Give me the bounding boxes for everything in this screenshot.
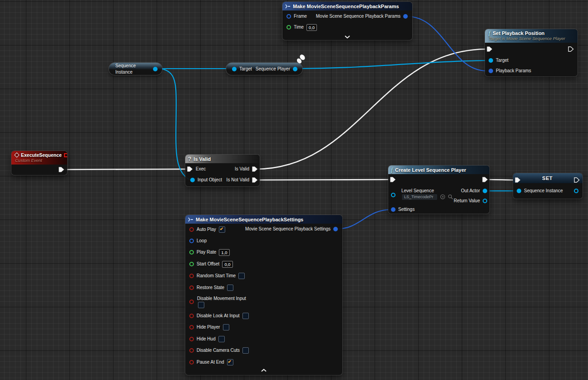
exec-in-pin[interactable]: [187, 166, 193, 172]
pause-at-end-checkbox[interactable]: [227, 359, 233, 365]
node-is-valid[interactable]: ? Is Valid Exec Is Valid Input Object Is…: [185, 155, 260, 186]
pin-row-settings-out: Movie Scene Sequence Playback Settings: [245, 225, 338, 233]
time-value-field[interactable]: 0,0: [306, 24, 317, 31]
playback-params-out-pin[interactable]: [403, 14, 408, 19]
playback-settings-out-pin[interactable]: [333, 227, 338, 231]
make-struct-icon: [188, 217, 193, 222]
target-in-pin[interactable]: [232, 67, 237, 71]
auto-play-checkbox[interactable]: [219, 226, 225, 233]
hide-hud-pin[interactable]: [189, 337, 194, 341]
node-set-sequence-instance[interactable]: SET Sequence Instance: [513, 173, 583, 199]
random-start-time-checkbox[interactable]: [238, 273, 245, 279]
frame-pin[interactable]: [287, 14, 291, 19]
exec-in-pin[interactable]: [515, 177, 521, 183]
collapse-chevron-up-icon[interactable]: [261, 369, 267, 372]
node-subtitle: Custom Event: [15, 158, 42, 163]
auto-play-pin[interactable]: [189, 227, 194, 232]
disable-camera-cuts-pin[interactable]: [189, 348, 194, 353]
disable-camera-cuts-checkbox[interactable]: [242, 347, 249, 354]
restore-state-checkbox[interactable]: [227, 285, 233, 291]
disable-look-at-input-checkbox[interactable]: [242, 313, 249, 319]
pin-row-disable-camera-cuts: Disable Camera Cuts: [189, 347, 249, 354]
node-title: Make MovieSceneSequencePlaybackParams: [293, 4, 399, 9]
pin-row-return-value: Return Value: [454, 197, 487, 205]
pin-row-time: Time 0,0: [287, 24, 317, 31]
pin-row-params-out: Movie Scene Sequence Playback Params: [316, 13, 408, 20]
is-not-valid-exec-out-pin[interactable]: [252, 177, 258, 183]
node-header: ExecuteSequence Custom Event: [11, 151, 67, 165]
target-pin[interactable]: [489, 58, 493, 63]
node-execute-sequence-event[interactable]: ExecuteSequence Custom Event: [11, 151, 67, 175]
node-make-playback-settings[interactable]: Make MovieSceneSequencePlaybackSettings …: [185, 215, 342, 375]
node-set-playback-position[interactable]: f Set Playback Position Target is Movie …: [485, 29, 578, 76]
pause-at-end-pin[interactable]: [189, 360, 194, 365]
exec-out-pin[interactable]: [59, 167, 64, 172]
node-header: ? Is Valid: [185, 155, 260, 163]
sequence-player-out-pin[interactable]: [293, 67, 297, 71]
use-selected-asset-icon[interactable]: [440, 194, 445, 200]
asset-dropdown[interactable]: LS_TimecodePr: [401, 194, 438, 200]
node-create-level-sequence-player[interactable]: f Create Level Sequence Player Level Seq…: [388, 165, 489, 214]
pin-row-target: Target: [489, 57, 509, 64]
node-header: Make MovieSceneSequencePlaybackParams: [282, 2, 412, 10]
disable-movement-input-label: Disable Movement Input: [197, 295, 246, 302]
is-valid-exec-out-pin[interactable]: [252, 166, 258, 172]
function-icon: f: [391, 167, 393, 173]
input-object-pin[interactable]: [190, 178, 195, 182]
disable-movement-input-pin[interactable]: [189, 300, 194, 304]
exec-out-pin[interactable]: [568, 46, 574, 52]
event-icon: [14, 152, 19, 157]
wire-exec-create-to-set: [487, 180, 516, 180]
hide-hud-checkbox[interactable]: [218, 336, 225, 342]
sequence-instance-in-pin[interactable]: [517, 189, 521, 193]
cursor-icon: [294, 53, 308, 65]
loop-pin[interactable]: [189, 239, 194, 243]
blueprint-graph-canvas[interactable]: Make MovieSceneSequencePlaybackParams Fr…: [0, 0, 588, 380]
hide-player-pin[interactable]: [189, 325, 194, 330]
node-get-sequence-instance[interactable]: Sequence Instance: [109, 63, 162, 75]
pin-row-exec: Exec: [187, 165, 206, 173]
return-value-pin[interactable]: [483, 199, 487, 203]
node-title: Is Valid: [193, 156, 211, 162]
node-get-sequence-player[interactable]: Target Sequence Player: [226, 63, 302, 75]
pin-row-random-start-time: Random Start Time: [189, 272, 245, 280]
node-title: ExecuteSequence: [21, 152, 62, 158]
play-rate-field[interactable]: 1,0: [219, 249, 229, 256]
settings-pin[interactable]: [391, 207, 395, 212]
node-make-playback-params[interactable]: Make MovieSceneSequencePlaybackParams Fr…: [282, 2, 412, 40]
hide-player-checkbox[interactable]: [223, 324, 229, 330]
time-pin[interactable]: [287, 25, 291, 30]
playback-params-pin[interactable]: [489, 69, 493, 73]
pin-row-is-not-valid: Is Not Valid: [227, 176, 258, 184]
node-title: Make MovieSceneSequencePlaybackSettings: [196, 217, 303, 222]
play-rate-pin[interactable]: [189, 250, 194, 255]
pin-row-settings: Settings: [391, 206, 415, 213]
out-actor-pin[interactable]: [483, 189, 487, 193]
exec-in-pin[interactable]: [487, 46, 493, 52]
restore-state-pin[interactable]: [189, 285, 194, 290]
wire-exec-isnotvalid-to-create: [256, 180, 390, 180]
pin-row-hide-hud: Hide Hud: [189, 335, 225, 343]
start-offset-pin[interactable]: [189, 262, 194, 266]
exec-out-pin[interactable]: [574, 177, 580, 183]
exec-in-pin[interactable]: [390, 177, 396, 182]
browse-asset-icon[interactable]: [448, 194, 453, 200]
disable-movement-input-checkbox[interactable]: [198, 302, 204, 308]
pin-row-is-valid: Is Valid: [235, 165, 258, 173]
random-start-time-pin[interactable]: [189, 274, 194, 278]
disable-look-at-input-pin[interactable]: [189, 314, 194, 318]
set-output-pin[interactable]: [574, 189, 578, 193]
function-icon: f: [489, 30, 490, 36]
sequence-instance-out-pin[interactable]: [153, 67, 158, 71]
wire-params-to-playbackparams: [407, 16, 487, 71]
pin-row-frame: Frame: [287, 13, 307, 20]
expand-chevron-down-icon[interactable]: [345, 35, 350, 39]
exec-out-pin[interactable]: [482, 177, 488, 182]
delegate-pin[interactable]: [64, 153, 67, 157]
wire-settings-to-create: [336, 210, 391, 229]
pin-row-start-offset: Start Offset 0,0: [189, 260, 233, 268]
start-offset-field[interactable]: 0,0: [222, 261, 232, 268]
pin-row-input-object: Input Object: [190, 176, 222, 184]
level-sequence-pin[interactable]: [391, 193, 395, 197]
pin-row-loop: Loop: [189, 237, 207, 245]
